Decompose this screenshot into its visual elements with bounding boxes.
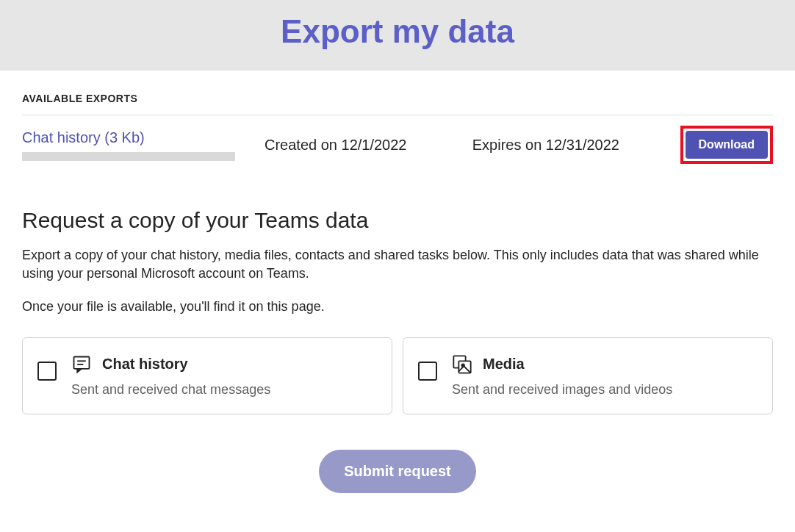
- download-highlight: Download: [680, 126, 773, 164]
- download-button[interactable]: Download: [686, 131, 768, 159]
- option-chat-desc: Sent and received chat messages: [71, 382, 270, 398]
- option-media-title: Media: [483, 356, 525, 373]
- submit-wrapper: Submit request: [22, 450, 773, 493]
- option-chat-title: Chat history: [102, 356, 188, 373]
- export-name-link[interactable]: Chat history (3 Kb): [22, 129, 145, 146]
- svg-rect-0: [74, 356, 90, 368]
- available-exports-label: AVAILABLE EXPORTS: [22, 93, 773, 104]
- content: AVAILABLE EXPORTS Chat history (3 Kb) Cr…: [0, 71, 795, 522]
- page-title: Export my data: [0, 13, 795, 50]
- request-description-2: Once your file is available, you'll find…: [22, 298, 773, 316]
- option-media-desc: Sent and received images and videos: [452, 382, 672, 398]
- options-grid: Chat history Sent and received chat mess…: [22, 337, 773, 414]
- submit-request-button[interactable]: Submit request: [319, 450, 476, 493]
- option-card-chat: Chat history Sent and received chat mess…: [22, 337, 392, 414]
- export-left: Chat history (3 Kb): [22, 129, 235, 161]
- media-icon: [452, 354, 472, 375]
- request-description-1: Export a copy of your chat history, medi…: [22, 246, 773, 283]
- divider: [22, 115, 773, 115]
- checkbox-media[interactable]: [418, 362, 437, 381]
- chat-icon: [71, 354, 92, 375]
- export-expires: Expires on 12/31/2022: [472, 137, 651, 154]
- export-row: Chat history (3 Kb) Created on 12/1/2022…: [22, 126, 773, 164]
- checkbox-chat[interactable]: [37, 362, 57, 381]
- header-band: Export my data: [0, 0, 795, 71]
- redacted-bar: [22, 152, 235, 161]
- option-card-media: Media Sent and received images and video…: [403, 337, 773, 414]
- request-title: Request a copy of your Teams data: [22, 208, 773, 233]
- export-created: Created on 12/1/2022: [265, 137, 443, 154]
